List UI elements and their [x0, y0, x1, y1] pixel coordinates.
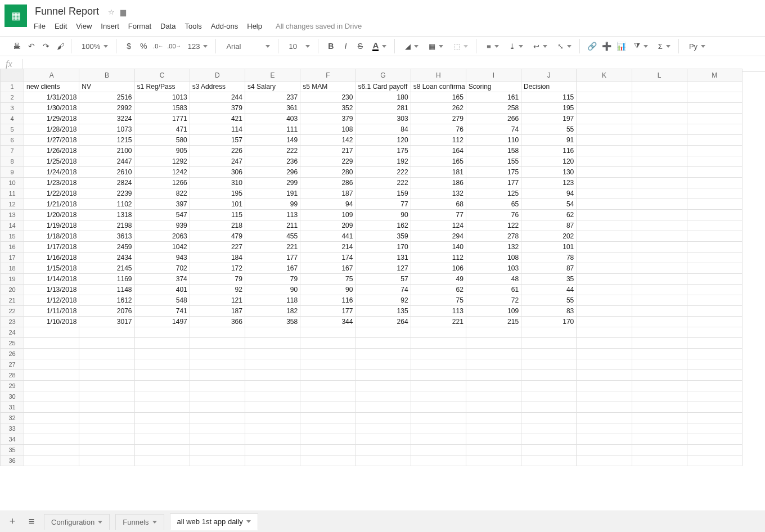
cell-I35[interactable]	[466, 445, 521, 456]
cell-J15[interactable]: 202	[521, 231, 577, 242]
cell-H5[interactable]: 76	[411, 124, 466, 135]
cell-I23[interactable]: 215	[466, 317, 521, 327]
cell-K9[interactable]	[577, 167, 632, 178]
cell-B25[interactable]	[79, 338, 134, 349]
cell-I19[interactable]: 48	[466, 274, 521, 285]
cell-D15[interactable]: 479	[190, 231, 245, 242]
cell-A10[interactable]: 1/23/2018	[24, 178, 79, 188]
text-rotate-button[interactable]: ⤡	[554, 42, 575, 51]
cell-K36[interactable]	[577, 456, 632, 466]
row-header-17[interactable]: 17	[1, 253, 24, 263]
cell-F28[interactable]	[300, 370, 356, 381]
cell-E1[interactable]: s4 Salary	[245, 82, 300, 92]
row-header-5[interactable]: 5	[1, 124, 24, 135]
cell-J23[interactable]: 170	[521, 317, 577, 327]
cell-I12[interactable]: 65	[466, 199, 521, 210]
cell-E30[interactable]	[245, 391, 300, 402]
cell-H6[interactable]: 112	[411, 135, 466, 146]
cell-H27[interactable]	[411, 359, 466, 370]
cell-F7[interactable]: 217	[300, 146, 356, 156]
cell-J34[interactable]	[521, 434, 577, 445]
cell-K7[interactable]	[577, 146, 632, 156]
cell-G9[interactable]: 222	[356, 167, 411, 178]
cell-J27[interactable]	[521, 359, 577, 370]
cell-C13[interactable]: 547	[134, 210, 190, 220]
cell-G35[interactable]	[356, 445, 411, 456]
cell-E27[interactable]	[245, 359, 300, 370]
cell-I10[interactable]: 177	[466, 178, 521, 188]
cell-A21[interactable]: 1/12/2018	[24, 295, 79, 306]
cell-B24[interactable]	[79, 327, 134, 338]
row-header-6[interactable]: 6	[1, 135, 24, 146]
row-header-16[interactable]: 16	[1, 242, 24, 253]
cell-A35[interactable]	[24, 445, 79, 456]
row-header-24[interactable]: 24	[1, 327, 24, 338]
cell-B20[interactable]: 1148	[79, 285, 134, 295]
cell-K6[interactable]	[577, 135, 632, 146]
v-align-button[interactable]: ⤓	[506, 42, 526, 51]
row-header-8[interactable]: 8	[1, 156, 24, 167]
row-header-36[interactable]: 36	[1, 456, 24, 466]
cell-C7[interactable]: 905	[134, 146, 190, 156]
col-header-I[interactable]: I	[466, 69, 521, 82]
cell-H8[interactable]: 165	[411, 156, 466, 167]
cell-C18[interactable]: 702	[134, 263, 190, 274]
spreadsheet-grid[interactable]: ABCDEFGHIJKLM 1new clientsNVs1 Reg/Passs…	[0, 69, 765, 511]
cell-M4[interactable]	[687, 114, 742, 124]
cell-I7[interactable]: 158	[466, 146, 521, 156]
cell-H1[interactable]: s8 Loan confirma	[411, 82, 466, 92]
cell-B19[interactable]: 1169	[79, 274, 134, 285]
cell-I4[interactable]: 266	[466, 114, 521, 124]
cell-I3[interactable]: 258	[466, 103, 521, 114]
cell-H32[interactable]	[411, 413, 466, 423]
cell-E18[interactable]: 167	[245, 263, 300, 274]
cell-I34[interactable]	[466, 434, 521, 445]
cell-L17[interactable]	[632, 253, 687, 263]
cell-C8[interactable]: 1292	[134, 156, 190, 167]
cell-F4[interactable]: 379	[300, 114, 356, 124]
cell-J25[interactable]	[521, 338, 577, 349]
cell-I25[interactable]	[466, 338, 521, 349]
cell-E7[interactable]: 222	[245, 146, 300, 156]
cell-H23[interactable]: 221	[411, 317, 466, 327]
cell-I9[interactable]: 175	[466, 167, 521, 178]
cell-C19[interactable]: 374	[134, 274, 190, 285]
cell-A13[interactable]: 1/20/2018	[24, 210, 79, 220]
cell-H28[interactable]	[411, 370, 466, 381]
cell-H15[interactable]: 294	[411, 231, 466, 242]
cell-K35[interactable]	[577, 445, 632, 456]
cell-F11[interactable]: 187	[300, 188, 356, 199]
cell-L3[interactable]	[632, 103, 687, 114]
cell-C29[interactable]	[134, 381, 190, 391]
cell-F27[interactable]	[300, 359, 356, 370]
cell-C23[interactable]: 1497	[134, 317, 190, 327]
cell-J29[interactable]	[521, 381, 577, 391]
cell-F3[interactable]: 352	[300, 103, 356, 114]
cell-K14[interactable]	[577, 220, 632, 231]
row-header-34[interactable]: 34	[1, 434, 24, 445]
cell-D12[interactable]: 101	[190, 199, 245, 210]
cell-F24[interactable]	[300, 327, 356, 338]
col-header-F[interactable]: F	[300, 69, 356, 82]
cell-E28[interactable]	[245, 370, 300, 381]
cell-C6[interactable]: 580	[134, 135, 190, 146]
cell-H16[interactable]: 140	[411, 242, 466, 253]
cell-L7[interactable]	[632, 146, 687, 156]
cell-G14[interactable]: 162	[356, 220, 411, 231]
cell-M6[interactable]	[687, 135, 742, 146]
cell-A3[interactable]: 1/30/2018	[24, 103, 79, 114]
cell-M15[interactable]	[687, 231, 742, 242]
format-currency[interactable]: $	[123, 40, 134, 52]
cell-A31[interactable]	[24, 402, 79, 413]
row-header-1[interactable]: 1	[1, 82, 24, 92]
cell-K31[interactable]	[577, 402, 632, 413]
cell-A15[interactable]: 1/18/2018	[24, 231, 79, 242]
python-button[interactable]: Py	[686, 42, 709, 51]
cell-C33[interactable]	[134, 423, 190, 434]
sheet-tab-funnels[interactable]: Funnels	[115, 514, 164, 530]
col-header-G[interactable]: G	[356, 69, 411, 82]
cell-M21[interactable]	[687, 295, 742, 306]
cell-E21[interactable]: 118	[245, 295, 300, 306]
cell-D14[interactable]: 218	[190, 220, 245, 231]
cell-J4[interactable]: 197	[521, 114, 577, 124]
